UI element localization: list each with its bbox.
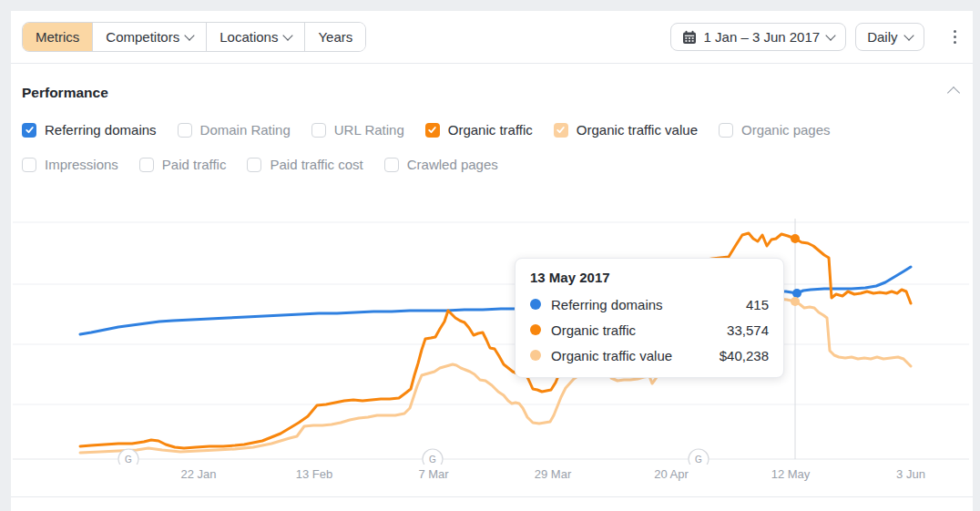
tab-locations-label: Locations — [219, 29, 278, 45]
date-range-label: 1 Jan – 3 Jun 2017 — [704, 29, 821, 45]
x-axis-label: 29 Mar — [535, 467, 571, 481]
series-dot-icon — [530, 324, 541, 335]
kebab-menu-button[interactable] — [948, 25, 963, 50]
series-line — [80, 299, 911, 453]
tooltip-series-value: 33,574 — [727, 322, 769, 338]
toolbar: Metrics Competitors Locations Years — [11, 11, 973, 64]
toggle-paid-traffic-cost[interactable]: Paid traffic cost — [247, 157, 362, 172]
analytics-screen: Metrics Competitors Locations Years — [0, 0, 980, 511]
toolbar-right: 1 Jan – 3 Jun 2017 Daily — [670, 23, 962, 51]
tooltip-row: Organic traffic value $40,238 — [530, 342, 769, 368]
kebab-dot — [954, 36, 957, 39]
metric-toggles-row1: Referring domains Domain Rating URL Rati… — [22, 122, 831, 138]
granularity-button[interactable]: Daily — [855, 23, 924, 51]
chart-canvas[interactable]: GGG — [11, 214, 973, 465]
toggle-label: Domain Rating — [200, 122, 291, 138]
kebab-dot — [954, 41, 957, 45]
checkbox-icon — [22, 123, 36, 138]
checkbox-icon — [139, 158, 154, 172]
toggle-label: Referring domains — [45, 122, 157, 138]
checkbox-icon — [719, 123, 733, 138]
tooltip-series-label: Organic traffic — [551, 322, 636, 338]
tab-competitors-label: Competitors — [106, 29, 179, 45]
toggle-paid-traffic[interactable]: Paid traffic — [139, 157, 227, 172]
tab-competitors[interactable]: Competitors — [92, 23, 206, 51]
hover-dot — [792, 289, 801, 298]
x-axis-label: 7 Mar — [418, 467, 448, 481]
granularity-label: Daily — [867, 29, 897, 45]
hover-dot — [791, 234, 800, 243]
toggle-crawled-pages[interactable]: Crawled pages — [384, 157, 498, 172]
x-axis-label: 13 Feb — [296, 467, 332, 481]
tooltip-series-value: 415 — [746, 297, 769, 312]
series-dot-icon — [530, 350, 541, 361]
toggle-label: Organic traffic value — [577, 122, 698, 138]
x-axis-label: 20 Apr — [654, 467, 689, 481]
toggle-label: URL Rating — [334, 122, 404, 138]
checkbox-icon — [178, 123, 192, 138]
chart-tooltip: 13 May 2017 Referring domains 415 Organi… — [515, 258, 784, 378]
hover-dot — [791, 297, 800, 306]
checkbox-icon — [22, 158, 36, 172]
series-line — [80, 233, 911, 448]
chevron-down-icon — [283, 30, 293, 40]
tooltip-date: 13 May 2017 — [530, 270, 769, 285]
chevron-down-icon — [903, 30, 914, 40]
toggle-url-rating[interactable]: URL Rating — [311, 122, 404, 138]
performance-section-header: Performance — [22, 85, 958, 101]
x-axis-label: 3 Jun — [896, 467, 925, 481]
svg-text:G: G — [429, 455, 436, 465]
tooltip-series-label: Referring domains — [551, 297, 663, 312]
toggle-label: Organic traffic — [448, 122, 533, 138]
checkbox-icon — [384, 158, 399, 172]
toggle-label: Impressions — [45, 157, 118, 172]
toggle-organic-pages[interactable]: Organic pages — [719, 122, 831, 138]
date-range-button[interactable]: 1 Jan – 3 Jun 2017 — [670, 23, 847, 51]
kebab-dot — [954, 30, 957, 34]
x-axis-label: 22 Jan — [180, 467, 216, 481]
toggle-referring-domains[interactable]: Referring domains — [22, 122, 157, 138]
toggle-label: Organic pages — [741, 122, 831, 138]
performance-chart[interactable]: GGG 22 Jan13 Feb7 Mar29 Mar20 Apr12 May3… — [11, 214, 973, 496]
tab-metrics[interactable]: Metrics — [23, 23, 92, 51]
tooltip-row: Referring domains 415 — [530, 291, 769, 317]
toggle-organic-traffic-value[interactable]: Organic traffic value — [554, 122, 698, 138]
toggle-impressions[interactable]: Impressions — [22, 157, 118, 172]
checkbox-icon — [247, 158, 261, 172]
calendar-icon — [682, 30, 697, 45]
view-tabs: Metrics Competitors Locations Years — [22, 22, 366, 52]
tab-locations[interactable]: Locations — [206, 23, 304, 51]
section-divider — [11, 496, 973, 497]
toggle-domain-rating[interactable]: Domain Rating — [178, 122, 291, 138]
series-dot-icon — [530, 299, 541, 310]
chevron-down-icon — [825, 30, 835, 40]
tooltip-row: Organic traffic 33,574 — [530, 317, 769, 342]
tab-years[interactable]: Years — [304, 23, 365, 51]
toggle-label: Paid traffic — [162, 157, 227, 172]
checkbox-icon — [311, 123, 326, 138]
section-title: Performance — [22, 85, 108, 101]
toggle-label: Paid traffic cost — [270, 157, 362, 172]
checkbox-icon — [554, 123, 568, 138]
x-axis-label: 12 May — [771, 467, 811, 481]
svg-text:G: G — [125, 455, 132, 465]
tooltip-series-label: Organic traffic value — [551, 348, 672, 363]
svg-text:G: G — [695, 455, 702, 465]
content-card: Metrics Competitors Locations Years — [11, 11, 973, 511]
chevron-up-icon — [947, 87, 960, 99]
checkbox-icon — [425, 123, 440, 138]
tooltip-series-value: $40,238 — [720, 348, 769, 363]
chevron-down-icon — [185, 30, 195, 40]
collapse-section-button[interactable] — [949, 85, 958, 101]
toggle-organic-traffic[interactable]: Organic traffic — [425, 122, 533, 138]
toggle-label: Crawled pages — [407, 157, 498, 172]
metric-toggles-row2: Impressions Paid traffic Paid traffic co… — [22, 157, 498, 172]
